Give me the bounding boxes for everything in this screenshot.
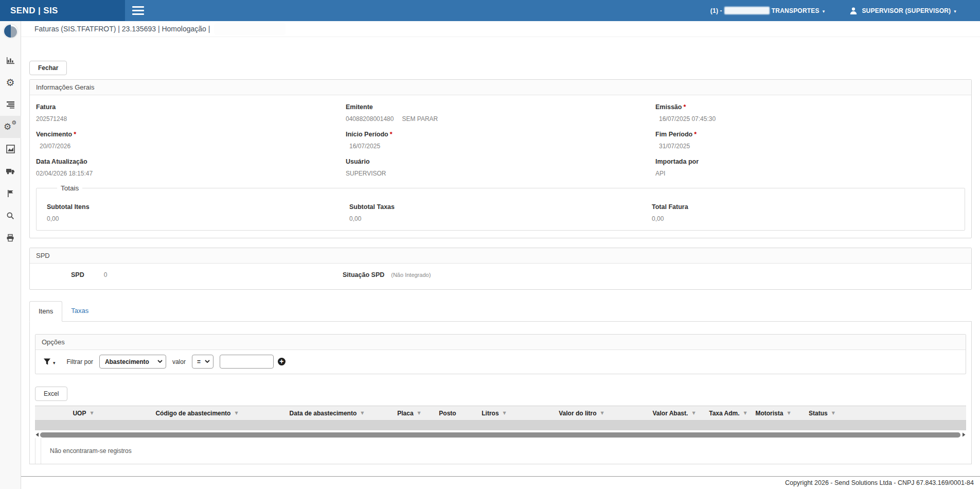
field-value: 20/07/2026 <box>40 143 70 150</box>
column-label: Posto <box>439 410 456 417</box>
sort-caret-icon: ▼ <box>418 411 421 415</box>
filter-value-input[interactable] <box>220 355 274 369</box>
navbar-right: (1) - TRANSPORTES ▾ SUPERVISOR (SUPERVIS… <box>710 7 980 15</box>
field-label: Data Atualização <box>36 158 87 165</box>
field-value: SUPERVISOR <box>346 170 386 177</box>
column-header-placa[interactable]: Placa▼ <box>391 410 427 417</box>
field-label: Subtotal Taxas <box>349 203 652 211</box>
column-header-codigo-abastecimento[interactable]: Código de abastecimento▼ <box>131 410 262 417</box>
totals-fieldset: Totais Subtotal Itens 0,00 Subtotal Taxa… <box>36 184 965 231</box>
field-usuario: Usuário SUPERVISOR <box>346 158 655 177</box>
field-value: 02/04/2026 18:15:47 <box>36 170 93 177</box>
area-chart-icon <box>6 145 15 153</box>
sort-caret-icon: ▼ <box>601 411 604 415</box>
column-label: Status <box>809 410 828 417</box>
field-value: 16/07/2025 07:45:30 <box>659 115 716 123</box>
horizontal-scrollbar[interactable] <box>35 431 966 438</box>
field-label: Emitente <box>346 103 373 111</box>
field-inicio-periodo: Início Período* 16/07/2025 <box>346 131 655 150</box>
sidebar-item-settings[interactable]: ⚙ <box>0 72 21 94</box>
field-value: 0,00 <box>47 215 349 222</box>
column-header-taxa-adm[interactable]: Taxa Adm.▼ <box>705 410 751 417</box>
scrollbar-thumb[interactable] <box>40 432 960 438</box>
column-header-posto: Posto <box>427 410 468 417</box>
field-label: Subtotal Itens <box>47 203 349 211</box>
chevron-down-icon: ▾ <box>53 360 56 365</box>
tab-itens[interactable]: Itens <box>29 301 62 322</box>
add-filter-icon[interactable]: + <box>278 358 286 365</box>
sidebar-item-search[interactable] <box>0 204 21 226</box>
column-label: Placa <box>397 410 413 417</box>
sort-caret-icon: ▼ <box>787 411 790 415</box>
field-label: Fim Período <box>655 131 692 138</box>
required-asterisk: * <box>694 131 697 138</box>
situacao-spd-value: (Não Integrado) <box>391 272 431 278</box>
required-asterisk: * <box>74 131 76 138</box>
top-navbar: SEND | SIS (1) - TRANSPORTES ▾ SUPERVISO… <box>0 0 980 21</box>
sort-caret-icon: ▼ <box>692 411 695 415</box>
sidebar-item-print[interactable] <box>0 226 21 249</box>
spd-value: 0 <box>104 271 108 278</box>
sidebar-item-dashboard[interactable] <box>0 49 21 72</box>
field-label: Vencimento <box>36 131 72 138</box>
column-header-litros[interactable]: Litros▼ <box>468 410 520 417</box>
tab-content-panel: Opções ▾ Filtrar por Abastecimento <box>29 321 972 464</box>
sidebar-item-fleet[interactable] <box>0 160 21 182</box>
filter-field-select[interactable]: Abastecimento <box>99 355 166 369</box>
bar-chart-icon <box>6 56 15 65</box>
sort-caret-icon: ▼ <box>235 411 238 415</box>
filter-menu-button[interactable]: ▾ <box>43 358 56 365</box>
redacted-breadcrumb-segment <box>215 24 284 34</box>
field-value: 0,00 <box>652 215 954 222</box>
field-label: Total Fatura <box>652 203 954 211</box>
hamburger-menu-icon[interactable] <box>130 4 147 18</box>
app-logo[interactable] <box>4 24 17 38</box>
value-label: valor <box>172 358 186 365</box>
sidebar-item-flags[interactable] <box>0 182 21 204</box>
column-header-valor-abast[interactable]: Valor Abast.▼ <box>643 410 705 417</box>
field-value: 202571248 <box>36 115 67 123</box>
field-data-atualizacao: Data Atualização 02/04/2026 18:15:47 <box>36 158 346 177</box>
spd-panel: SPD SPD 0 Situação SPD (Não Integrado) <box>29 248 972 290</box>
field-value: 0,00 <box>349 215 652 222</box>
field-value: API <box>655 170 665 177</box>
column-label: UOP <box>73 410 86 417</box>
close-button[interactable]: Fechar <box>29 61 67 75</box>
column-header-uop[interactable]: UOP▼ <box>35 410 131 417</box>
field-value: 04088208001480 <box>346 115 394 123</box>
scroll-right-icon[interactable] <box>962 432 966 437</box>
search-icon <box>6 212 14 220</box>
chevron-down-icon: ▾ <box>954 9 956 14</box>
field-fim-periodo: Fim Período* 31/07/2025 <box>655 131 965 150</box>
sidebar-item-reports[interactable] <box>0 94 21 116</box>
field-label: Emissão <box>655 103 682 111</box>
printer-icon <box>6 234 14 242</box>
sort-caret-icon: ▼ <box>361 411 364 415</box>
sidebar-item-processes[interactable]: ⚙⚙ <box>0 116 21 138</box>
field-total-fatura: Total Fatura 0,00 <box>652 203 954 222</box>
copyright-text: Copyright 2026 - Send Solutions Ltda - C… <box>785 479 974 486</box>
field-label: Fatura <box>36 103 56 111</box>
table-header-row: UOP▼ Código de abastecimento▼ Data de ab… <box>35 406 966 421</box>
sidebar-item-analytics[interactable] <box>0 138 21 160</box>
column-header-valor-litro[interactable]: Valor do litro▼ <box>520 410 643 417</box>
column-header-motorista[interactable]: Motorista▼ <box>751 410 795 417</box>
field-subtotal-taxas: Subtotal Taxas 0,00 <box>349 203 652 222</box>
column-header-data-abastecimento[interactable]: Data de abastecimento▼ <box>262 410 391 417</box>
options-panel-title: Opções <box>35 335 966 350</box>
table-body-empty: Não encontraram-se registros <box>35 438 966 464</box>
filter-operator-select[interactable]: = <box>192 355 213 369</box>
table-empty-row-strip <box>35 421 966 430</box>
organization-dropdown[interactable]: (1) - TRANSPORTES ▾ <box>710 7 825 14</box>
tab-taxas[interactable]: Taxas <box>62 301 97 322</box>
scroll-left-icon[interactable] <box>35 432 39 437</box>
excel-export-button[interactable]: Excel <box>35 387 67 401</box>
sort-caret-icon: ▼ <box>744 411 747 415</box>
user-dropdown[interactable]: SUPERVISOR (SUPERVISOR) ▾ <box>849 7 956 15</box>
chevron-down-icon: ▾ <box>823 9 825 14</box>
field-value: 16/07/2025 <box>349 143 380 150</box>
column-header-status[interactable]: Status▼ <box>795 410 849 417</box>
field-value-secondary: SEM PARAR <box>402 115 438 123</box>
required-asterisk: * <box>390 131 393 138</box>
left-sidebar: ⚙ ⚙⚙ <box>0 21 21 489</box>
